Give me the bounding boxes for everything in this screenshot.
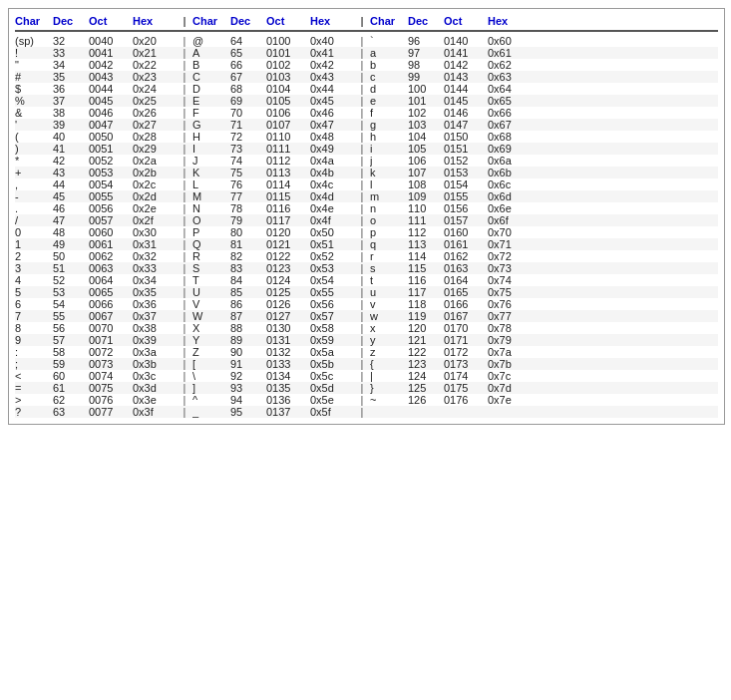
cell-oct: 0100 xyxy=(266,35,310,47)
cell-hex: 0x69 xyxy=(488,143,532,155)
cell-dec: 86 xyxy=(230,298,266,310)
cell-char: v xyxy=(370,298,408,310)
cell-dec: 96 xyxy=(408,35,444,47)
col-header-hex: Hex xyxy=(133,15,177,27)
table-row: 14900610x31|Q8101210x51|q11301610x71 xyxy=(15,238,718,250)
cell-oct: 0150 xyxy=(444,131,488,143)
separator: | xyxy=(354,250,370,262)
cell-dec: 119 xyxy=(408,310,444,322)
cell-char: m xyxy=(370,190,408,202)
cell-hex: 0x62 xyxy=(488,59,532,71)
separator: | xyxy=(177,394,192,406)
separator: | xyxy=(354,83,370,95)
cell-oct: 0106 xyxy=(266,107,310,119)
cell-char: _ xyxy=(192,406,230,418)
separator: | xyxy=(354,214,370,226)
cell-char: J xyxy=(192,155,230,167)
cell-char: p xyxy=(370,226,408,238)
col-header-char: Char xyxy=(15,15,53,27)
cell-oct: 0160 xyxy=(444,226,488,238)
cell-dec: 73 xyxy=(230,143,266,155)
cell-dec: 98 xyxy=(408,59,444,71)
cell-dec: 50 xyxy=(53,250,89,262)
cell-oct: 0146 xyxy=(444,107,488,119)
cell-char: N xyxy=(192,202,230,214)
cell-oct: 0072 xyxy=(89,346,133,358)
cell-dec: 41 xyxy=(53,143,89,155)
cell-char: Z xyxy=(192,346,230,358)
table-row: $3600440x24|D6801040x44|d10001440x64 xyxy=(15,83,718,95)
cell-char: , xyxy=(15,178,53,190)
separator: | xyxy=(177,190,192,202)
cell-hex: 0x26 xyxy=(133,107,177,119)
cell-char: k xyxy=(370,167,408,178)
cell-char: s xyxy=(370,262,408,274)
cell-dec: 59 xyxy=(53,358,89,370)
cell-dec: 55 xyxy=(53,310,89,322)
cell-char: % xyxy=(15,95,53,107)
cell-char: D xyxy=(192,83,230,95)
cell-oct: 0163 xyxy=(444,262,488,274)
cell-dec: 88 xyxy=(230,322,266,334)
cell-hex: 0x5b xyxy=(310,358,354,370)
cell-char: t xyxy=(370,274,408,286)
cell-oct: 0053 xyxy=(89,167,133,178)
cell-hex: 0x4f xyxy=(310,214,354,226)
cell-hex: 0x55 xyxy=(310,286,354,298)
cell-hex: 0x59 xyxy=(310,334,354,346)
cell-dec: 125 xyxy=(408,382,444,394)
cell-hex: 0x24 xyxy=(133,83,177,95)
cell-hex: 0x75 xyxy=(488,286,532,298)
cell-hex: 0x77 xyxy=(488,310,532,322)
cell-oct: 0134 xyxy=(266,370,310,382)
cell-dec: 105 xyxy=(408,143,444,155)
cell-oct: 0102 xyxy=(266,59,310,71)
separator: | xyxy=(354,226,370,238)
cell-hex: 0x38 xyxy=(133,322,177,334)
cell-hex: 0x79 xyxy=(488,334,532,346)
cell-oct: 0175 xyxy=(444,382,488,394)
cell-oct: 0111 xyxy=(266,143,310,155)
cell-oct: 0171 xyxy=(444,334,488,346)
cell-hex: 0x5d xyxy=(310,382,354,394)
cell-hex: 0x67 xyxy=(488,119,532,131)
cell-hex: 0x27 xyxy=(133,119,177,131)
cell-hex: 0x21 xyxy=(133,47,177,59)
cell-oct: 0131 xyxy=(266,334,310,346)
cell-char: $ xyxy=(15,83,53,95)
separator: | xyxy=(177,178,192,190)
cell-dec: 69 xyxy=(230,95,266,107)
cell-char: h xyxy=(370,131,408,143)
cell-oct: 0155 xyxy=(444,190,488,202)
cell-char: (sp) xyxy=(15,35,53,47)
cell-hex: 0x32 xyxy=(133,250,177,262)
cell-hex: 0x52 xyxy=(310,250,354,262)
cell-hex: 0x5f xyxy=(310,406,354,418)
cell-hex: 0x44 xyxy=(310,83,354,95)
cell-oct: 0105 xyxy=(266,95,310,107)
cell-hex: 0x63 xyxy=(488,71,532,83)
separator-header: | xyxy=(354,15,370,27)
cell-oct: 0062 xyxy=(89,250,133,262)
cell-hex: 0x2e xyxy=(133,202,177,214)
cell-dec: 56 xyxy=(53,322,89,334)
cell-oct: 0063 xyxy=(89,262,133,274)
cell-hex: 0x3f xyxy=(133,406,177,418)
table-row: )4100510x29|I7301110x49|i10501510x69 xyxy=(15,143,718,155)
cell-hex: 0x72 xyxy=(488,250,532,262)
cell-dec: 102 xyxy=(408,107,444,119)
cell-dec: 81 xyxy=(230,238,266,250)
separator: | xyxy=(354,143,370,155)
cell-char: O xyxy=(192,214,230,226)
separator: | xyxy=(177,119,192,131)
separator: | xyxy=(354,286,370,298)
cell-hex: 0x42 xyxy=(310,59,354,71)
cell-char: C xyxy=(192,71,230,83)
cell-hex: 0x28 xyxy=(133,131,177,143)
table-row: ,4400540x2c|L7601140x4c|l10801540x6c xyxy=(15,178,718,190)
cell-oct: 0103 xyxy=(266,71,310,83)
cell-hex: 0x7c xyxy=(488,370,532,382)
cell-dec: 61 xyxy=(53,382,89,394)
cell-oct: 0123 xyxy=(266,262,310,274)
cell-oct: 0077 xyxy=(89,406,133,418)
